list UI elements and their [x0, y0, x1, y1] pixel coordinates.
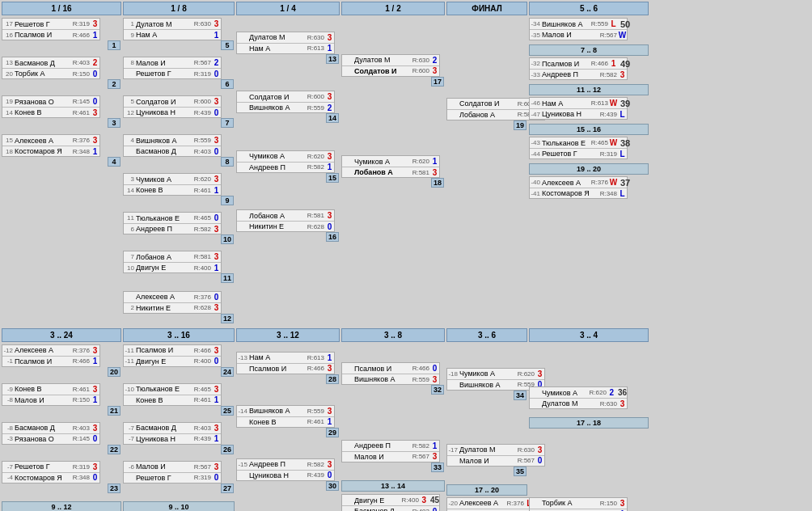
section-7-8: 7 .. 8 [529, 44, 649, 56]
m22-p1: -8 Басманов Д R:403 3 [2, 423, 99, 433]
match-17-p2: Солдатов И R:600 3 [342, 65, 439, 76]
m28-num: 28 [326, 374, 339, 384]
match-7-p2: 12 Цуникова Н R:439 0 [124, 107, 221, 117]
round-1-2: 1 / 2 Дулатов М R:630 2 Солдатов И R:600 [341, 2, 445, 325]
match-7-block: 5 Солдатов И R:600 3 12 Цуникова Н R:439… [123, 95, 222, 118]
match-9-p2: 14 Конев В R:461 1 [124, 184, 221, 195]
match-40: -20 Алексеев А R:376 L 40 -21 Торбик А R… [446, 497, 527, 512]
match-36-block: Чумиков А R:620 2 36 Дулатов М R:630 3 [529, 386, 628, 409]
round-1-4: 1 / 4 Дулатов М R:630 3 Нам А R:613 1 [236, 2, 340, 325]
match-7-p1: 5 Солдатов И R:600 3 [124, 96, 221, 107]
result-49-p2: -33 Андреев П R:582 3 [530, 69, 627, 79]
match-13: Дулатов М R:630 3 Нам А R:613 1 13 [236, 30, 340, 64]
match-25-block: -10 Тюльканов Е R:465 3 Конев В R:461 1 [123, 383, 222, 406]
match-14-p2: Вишняков А R:559 2 [237, 102, 334, 112]
m27-p1: -6 Малов И R:567 3 [124, 462, 221, 472]
round-3-24-header: 3 .. 24 [2, 328, 121, 342]
match-10-p1: 11 Тюльканов Е R:465 0 [124, 213, 221, 223]
match-2-p2: 20 Торбик А R:150 0 [2, 68, 99, 78]
match-19-num: 19 [514, 120, 527, 130]
match-10-block: 11 Тюльканов Е R:465 0 6 Андреев П R:582… [123, 212, 222, 234]
match-3-block: 19 Рязанова О R:145 0 14 Конев В R:461 3 [2, 95, 100, 118]
match-15: Чумиков А R:620 3 Андреев П R:582 1 15 [236, 149, 340, 183]
match-12-num: 12 [221, 314, 234, 323]
match-16-block: Лобанов А R:581 3 Никитин Е R:628 0 [236, 209, 335, 232]
match-34: -18 Чумиков А R:620 3 Вишняков А R:559 0… [446, 368, 527, 400]
mr1718-p1: Торбик А R:150 3 [530, 498, 627, 509]
match-30-block: -15 Андреев П R:582 3 Цуникова Н R:439 0 [236, 458, 335, 481]
match-30: -15 Андреев П R:582 3 Цуникова Н R:439 0… [236, 458, 340, 491]
match-3: 19 Рязанова О R:145 0 14 Конев В R:461 3… [2, 95, 121, 128]
match-5-p2: 9 Нам А 1 [124, 29, 221, 40]
match-11-block: 7 Лобанов А R:581 3 10 Двигун Е R:400 1 [123, 251, 222, 273]
match-7: 5 Солдатов И R:600 3 12 Цуникова Н R:439… [123, 95, 235, 128]
section-19-20: 19 .. 20 [529, 163, 649, 175]
match-1-block: 17 Решетов Г R:319 3 16 Псалмов И R:466 … [2, 18, 100, 40]
match-10-num: 10 [221, 234, 234, 244]
result-38-p2: -44 Решетов Г R:319 L [530, 148, 627, 158]
match-14-num: 14 [326, 113, 339, 123]
match-24: -11 Псалмов И R:466 3 -11 Двигун Е R:400… [123, 344, 235, 377]
match-22-block: -8 Басманов Д R:403 3 -3 Рязанова О R:14… [2, 422, 100, 445]
m21-num: 21 [108, 406, 121, 416]
m28-p1: -13 Нам А R:613 1 [237, 353, 334, 363]
match-21-block: -9 Конев В R:461 3 -8 Малов И R:150 1 [2, 383, 100, 406]
m23-num: 23 [108, 484, 121, 493]
match-1: 17 Решетов Г R:319 3 16 Псалмов И R:466 … [2, 18, 121, 50]
m27-p2: Решетов Г R:319 0 [124, 472, 221, 483]
round-1-8: 1 / 8 1 Дулатов М R:630 3 9 Нам А 1 [123, 2, 235, 325]
round-3-12-header: 3 .. 12 [236, 328, 340, 342]
match-35: -17 Дулатов М R:630 3 Малов И R:567 0 35 [446, 444, 527, 476]
match-4-block: 15 Алексеев А R:376 3 18 Костомаров Я R:… [2, 134, 100, 157]
match-9-block: 3 Чумиков А R:620 3 14 Конев В R:461 1 [123, 173, 222, 196]
match-3-p2: 14 Конев В R:461 3 [2, 107, 99, 117]
match-11-num: 11 [221, 273, 234, 283]
match-2-num: 2 [108, 79, 121, 89]
match-12-block: Алексеев А R:376 0 2 Никитин Е R:628 3 [123, 291, 222, 314]
section-17-18: 17 .. 18 [529, 417, 649, 429]
match-29: -14 Вишняков А R:559 3 Конев В R:461 1 2… [236, 405, 340, 437]
match-2-p1: 13 Басманов Д R:403 2 [2, 57, 99, 68]
match-8-p2: Басманов Д R:403 0 [124, 146, 221, 156]
page-wrapper: 1 / 16 17 Решетов Г R:319 3 16 Псалмов И… [0, 0, 812, 511]
match-5-block: 1 Дулатов М R:630 3 9 Нам А 1 [123, 18, 222, 40]
round-final: ФИНАЛ Солдатов И R:600 3 Лобанов А R:581 [446, 2, 527, 325]
round-3-8-header: 3 .. 8 [341, 328, 445, 342]
match-1-p2: 16 Псалмов И R:466 1 [2, 29, 99, 40]
m20-p2: -1 Псалмов И R:466 1 [2, 356, 99, 366]
m45-p2: Басманов Д R:403 0 [342, 505, 439, 511]
round-5-6: 5 .. 6 -34 Вишняков А R:559 L 50 -35 Мал… [529, 2, 649, 325]
match-28-block: -13 Нам А R:613 1 Псалмов И R:466 3 [236, 352, 335, 374]
result-37-p2: -41 Костомаров Я R:348 L [530, 188, 627, 198]
round-1-8-header: 1 / 8 [123, 2, 235, 15]
match-1-p1: 17 Решетов Г R:319 3 [2, 19, 99, 29]
result-37-p1: -40 Алексеев А R:376 W 37 [530, 177, 627, 188]
match-16-p1: Лобанов А R:581 3 [237, 210, 334, 221]
section-9-12: 9 .. 12 [2, 501, 121, 512]
section-9-10: 9 .. 10 [123, 501, 235, 512]
result-39-block: -46 Нам А R:613 W 39 -47 Цуникова Н R:43… [529, 97, 628, 120]
match-5: 1 Дулатов М R:630 3 9 Нам А 1 5 [123, 18, 235, 50]
match-12: Алексеев А R:376 0 2 Никитин Е R:628 3 1… [123, 289, 235, 323]
match-11-p1: 7 Лобанов А R:581 3 [124, 251, 221, 262]
match-22: -8 Басманов Д R:403 3 -3 Рязанова О R:14… [2, 422, 121, 454]
m23-p2: -4 Костомаров Я R:348 0 [2, 472, 99, 483]
match-5-num: 5 [221, 40, 234, 50]
match-36: Чумиков А R:620 2 36 Дулатов М R:630 3 [529, 386, 649, 410]
m30-p2: Цуникова Н R:439 0 [237, 470, 334, 480]
m45-p1: Двигун Е R:400 3 45 [342, 495, 439, 505]
round-3-6: 3 .. 6 -18 Чумиков А R:620 3 Вишняков А … [446, 328, 527, 512]
match-11-p2: 10 Двигун Е R:400 1 [124, 262, 221, 272]
match-8-block: 4 Вишняков А R:559 3 Басманов Д R:403 0 [123, 134, 222, 157]
match-8-p1: 4 Вишняков А R:559 3 [124, 135, 221, 146]
match-17: Дулатов М R:630 2 Солдатов И R:600 3 17 [341, 53, 445, 87]
result-50-p2: -35 Малов И R:567 W [530, 29, 627, 40]
round-3-4: 3 .. 4 Чумиков А R:620 2 36 Дулатов М R:… [529, 328, 649, 512]
match-23: -7 Решетов Г R:319 3 -4 Костомаров Я R:3… [2, 461, 121, 493]
result-38-p1: -43 Тюльканов Е R:465 W 38 [530, 137, 627, 148]
round-3-6-header: 3 .. 6 [446, 328, 527, 342]
match-15-p2: Андреев П R:582 1 [237, 162, 334, 172]
result-50-block: -34 Вишняков А R:559 L 50 -35 Малов И R:… [529, 18, 628, 40]
match-6-block: 8 Малов И R:567 2 Решетов Г R:319 0 [123, 57, 222, 79]
result-50-p1: -34 Вишняков А R:559 L 50 [530, 19, 627, 29]
